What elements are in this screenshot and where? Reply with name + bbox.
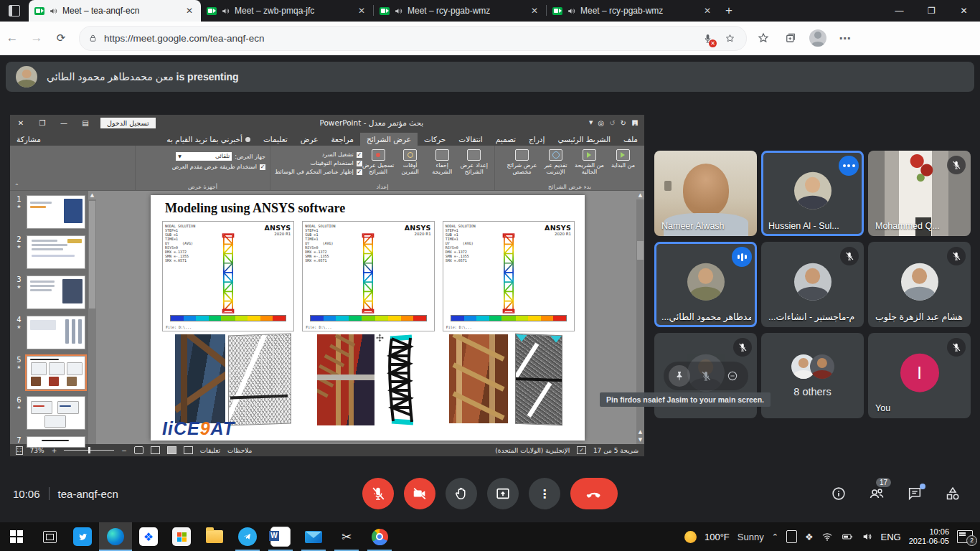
participants-button[interactable]: 17 [868,485,885,502]
taskbar-mail-icon[interactable] [297,522,330,551]
taskbar-chrome-icon[interactable] [363,522,396,551]
scroll-up-icon[interactable]: ▲ [88,191,96,199]
ribbon-display-options-icon[interactable]: ▤ [75,115,96,131]
collections-icon[interactable] [780,27,801,49]
remove-participant-button[interactable] [722,365,743,387]
favorites-icon[interactable] [753,27,774,49]
ppt-restore-button[interactable]: ❐ [32,115,53,131]
end-call-button[interactable] [570,478,618,509]
volume-icon[interactable] [862,531,873,542]
ppt-minimize-button[interactable]: — [53,115,75,131]
tray-expand-icon[interactable]: ⌃ [772,532,778,542]
ppt-tab-help[interactable]: تعليمات [257,133,294,146]
setup-slideshow-button[interactable]: إعداد عرض الشرائح [458,148,490,175]
rehearse-timings-button[interactable]: أوقات التمرين [394,148,426,175]
browser-menu-icon[interactable]: ⋯ [834,27,856,49]
scroll-up-icon[interactable]: ▲ [636,191,644,199]
taskbar-explorer-icon[interactable] [198,522,231,551]
weather-temp[interactable]: 100°F [705,532,730,542]
presenter-view-checkbox[interactable]: ✓استخدام طريقة عرض مقدم العرض [172,164,265,170]
ppt-tab-home[interactable]: الشريط الرئيسي [551,133,617,146]
you-tile[interactable]: I You [868,333,971,418]
more-options-button[interactable]: ⋮ [529,478,560,509]
participant-tile-mohammed[interactable]: Mohammed Q... [868,151,971,236]
ppt-tab-design[interactable]: تصميم [489,133,522,146]
tab-close-icon[interactable]: ✕ [184,5,195,17]
mute-participant-button[interactable] [695,365,717,387]
thumbnail-6[interactable]: 6★ [14,396,88,430]
scrollbar-thumb[interactable] [637,241,644,260]
url-field[interactable]: https://meet.google.com/tea-anqf-ecn ✕ [79,26,747,51]
tile-options-button[interactable] [839,156,859,176]
participant-tile-majstir[interactable]: ...م-ماجستير - انشاءات [761,242,864,327]
tab-close-icon[interactable]: ✕ [529,5,540,17]
zoom-level[interactable]: 73% [30,447,44,454]
taskbar-store-icon[interactable] [165,522,198,551]
notes-button[interactable]: ملاحظات [227,447,252,454]
undo-icon[interactable]: ↺ [609,119,615,127]
touch-mode-icon[interactable]: ◎ [598,119,604,127]
taskbar-dropbox-icon[interactable]: ❖ [132,522,165,551]
tablet-mode-icon[interactable] [786,530,797,543]
mic-toggle-button[interactable] [362,478,394,509]
taskbar-twitter-icon[interactable] [66,522,99,551]
qat-dropdown-icon[interactable]: ▼ [589,120,593,126]
taskbar-edge-icon[interactable] [99,522,132,551]
taskbar-word-icon[interactable]: W [264,522,297,551]
slide-sorter-view-icon[interactable] [167,446,176,454]
meeting-details-button[interactable] [831,486,847,501]
show-media-controls-checkbox[interactable]: ✓إظهار عناصر التحكم في الوسائط [275,169,362,175]
back-button[interactable]: ← [0,31,24,45]
browser-tab-4[interactable]: Meet – rcy-pgab-wmz ✕ [547,0,719,22]
language-indicator[interactable]: الإنجليزية (الولايات المتحدة) [495,447,570,454]
thumbnail-4[interactable]: 4★ [14,316,88,349]
spellcheck-icon[interactable]: ✓ [577,446,586,454]
ppt-tab-transitions[interactable]: انتقالات [452,133,489,146]
thumbnail-2[interactable]: 2★ [14,235,88,269]
thumbnail-5-selected[interactable]: 5★ [14,356,88,390]
tab-actions-button[interactable] [0,0,29,22]
use-timings-checkbox[interactable]: ✓استخدام التوقيتات [275,160,362,166]
ppt-close-button[interactable]: ✕ [10,115,32,131]
restore-button[interactable]: ❐ [915,0,948,22]
ppt-tab-file[interactable]: ملف [617,133,644,146]
record-slideshow-button[interactable]: تسجيل عرض الشرائح [362,148,395,175]
participant-tile-hussien[interactable]: Hussien Al - Sul... [761,151,864,236]
scrollbar-thumb[interactable] [89,201,95,309]
language-button[interactable]: ENG [881,532,901,542]
task-view-button[interactable] [33,522,66,551]
others-tile[interactable]: 8 others [761,333,864,418]
close-button[interactable]: ✕ [948,0,980,22]
browser-tab-2[interactable]: Meet – zwb-pmqa-jfc ✕ [201,0,373,22]
ppt-tab-insert[interactable]: إدراج [522,133,551,146]
browser-tab-3[interactable]: Meet – rcy-pgab-wmz ✕ [374,0,546,22]
forward-button[interactable]: → [24,31,49,45]
slideshow-view-icon[interactable] [134,446,143,454]
participant-tile-hisham[interactable]: هشام عبد الزهرة جلوب [868,242,971,327]
taskbar-snipping-icon[interactable]: ✂ [330,522,363,551]
camera-toggle-button[interactable] [404,478,435,509]
wifi-icon[interactable] [821,531,833,542]
ppt-signin-button[interactable]: تسجيل الدخول [100,118,156,128]
start-button[interactable] [0,522,33,551]
from-current-slide-button[interactable]: من الشريحة الحالية [573,148,606,175]
new-tab-button[interactable]: + [719,1,739,21]
thumbnail-3[interactable]: 3★ [14,276,88,309]
browser-tab-1[interactable]: Meet – tea-anqf-ecn ✕ [29,0,201,22]
participant-tile-maan[interactable]: ...مدطاهر محمود الطائي [654,242,757,327]
ppt-tab-review[interactable]: مراجعة [324,133,360,146]
thumbnail-7[interactable]: 7 [14,436,88,448]
ppt-tab-animations[interactable]: حركات [418,133,452,146]
pin-button[interactable] [669,365,690,387]
refresh-button[interactable]: ⟳ [49,32,73,44]
tab-close-icon[interactable]: ✕ [356,5,367,17]
ribbon-collapse-icon[interactable]: ⌃ [14,183,19,189]
thumbnail-scrollbar[interactable]: ▲ [88,191,96,444]
present-button[interactable] [487,478,519,509]
chat-button[interactable] [907,486,923,501]
ppt-tellme[interactable]: أخبرني بما تريد القيام به [160,133,257,146]
from-beginning-button[interactable]: من البداية [606,148,640,169]
thumbnail-1[interactable]: 1★ [14,195,88,229]
weather-icon[interactable] [684,531,697,543]
save-icon[interactable]: 🖪 [631,119,639,127]
